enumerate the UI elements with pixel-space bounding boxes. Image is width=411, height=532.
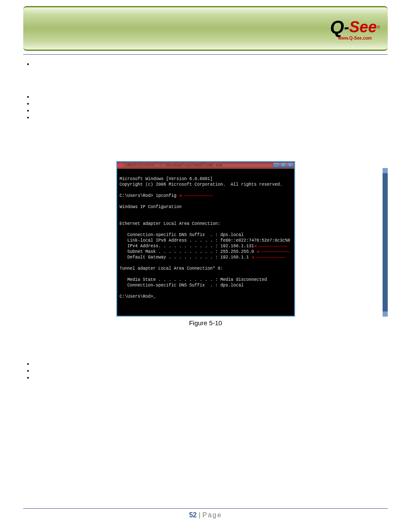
bullet-list-2: IPv4 Address:__________________ Subnet M… — [34, 93, 388, 155]
list1-item1: You should see the window in Fig 5-10 wi… — [34, 60, 380, 81]
window-buttons: _ □ × — [274, 163, 293, 168]
page-footer: 52 | Page — [0, 511, 411, 519]
list2-item1: IPv4 Address:__________________ — [34, 93, 131, 100]
bullet-list-3: IPv4 Address/IP Address: Enter this numb… — [34, 360, 388, 388]
header-divider — [23, 54, 388, 55]
cmd-line: Windows IP Configuration — [120, 204, 292, 210]
footer-bar: | — [197, 511, 202, 519]
list3-item1: IPv4 Address/IP Address: Enter this numb… — [34, 360, 243, 367]
annotation-arrow-icon: ◄ — [254, 244, 257, 249]
annotation-arrow-icon: ◄ — [179, 193, 182, 198]
maximize-icon[interactable]: □ — [280, 163, 286, 168]
close-icon[interactable]: × — [287, 163, 293, 168]
cmd-line: Ethernet adapter Local Area Connection: — [120, 221, 292, 227]
cmd-line: IPv4 Address. . . . . . . . . . . : 192.… — [120, 243, 292, 249]
cmd-line: Subnet Mask . . . . . . . . . . . : 255.… — [120, 249, 292, 255]
cmd-line: Link-local IPv6 Address . . . . . : fe80… — [120, 238, 292, 243]
footer-divider — [23, 508, 388, 509]
step6-para: Step 6: Write down the computers network… — [27, 84, 388, 90]
list2-item3: Default Gateway:_______________ — [34, 107, 130, 114]
cmd-titlebar: Administrator: C:\Windows\system32\cmd.e… — [117, 162, 294, 169]
scroll-down-icon[interactable] — [383, 311, 388, 317]
annotation-line — [184, 196, 213, 196]
scrollbar[interactable] — [383, 168, 388, 317]
step9b-para: HTTP/Media port – This port is used to a… — [27, 400, 388, 414]
scroll-up-icon[interactable] — [383, 168, 388, 173]
annotation-line — [256, 257, 285, 258]
annotation-arrow-icon: ◄ — [257, 249, 259, 254]
minimize-icon[interactable]: _ — [274, 163, 280, 168]
cmd-line: Default Gateway . . . . . . . . . : 192.… — [120, 255, 292, 260]
bullet-list-1: You should see the window in Fig 5-10 wi… — [34, 60, 388, 81]
cmd-title-text: Administrator: C:\Windows\system32\cmd.e… — [125, 163, 223, 168]
list2-item4: The above information from your computer… — [34, 114, 387, 155]
cmd-output: Microsoft Windows [Version 6.0.6001]Copy… — [117, 169, 294, 316]
page-number: 52 — [189, 511, 197, 519]
list2-item2: Subnet Mask:__________________ — [34, 100, 131, 107]
annotation-arrow-icon: ◄ — [252, 255, 254, 260]
cmd-window: Administrator: C:\Windows\system32\cmd.e… — [116, 161, 295, 317]
header-banner: Q - See ® www.Q-See.com — [23, 6, 388, 51]
logo-registered: ® — [377, 25, 380, 30]
list3-item3: Default Gateway: Enter this number exact… — [34, 374, 388, 388]
figure-caption: Figure 5-10 — [23, 319, 388, 327]
cmd-line: Connection-specific DNS Suffix . : dps.l… — [120, 232, 292, 238]
cmd-line: Tunnel adapter Local Area Connection* 6: — [120, 266, 292, 271]
cmd-line: Microsoft Windows [Version 6.0.6001] — [120, 176, 292, 182]
page-body: You should see the window in Fig 5-10 wi… — [23, 60, 388, 439]
step9a-para: Step 9: Click on the dropdown next to Se… — [27, 390, 388, 397]
cmd-icon — [118, 163, 122, 168]
logo-dash: - — [344, 18, 349, 36]
logo-see-text: See — [349, 18, 377, 36]
step9c-para: TCP – This port works with the HTTP port… — [27, 416, 388, 437]
cmd-line: C:\Users\Rod> ipconfig ◄ — [120, 193, 292, 199]
annotation-line — [261, 252, 290, 252]
step7-para: Step 7: On Your DVR, go to Main Menu (Fi… — [27, 334, 388, 348]
footer-label: Page — [202, 511, 222, 519]
logo-url: www.Q-See.com — [338, 36, 372, 40]
qsee-logo: Q - See ® www.Q-See.com — [330, 17, 380, 40]
cmd-line: Media State . . . . . . . . . . . : Medi… — [120, 277, 292, 283]
cmd-line: Copyright (c) 2006 Microsoft Corporation… — [120, 182, 292, 187]
list3-item2: Subnet Mask: Enter this information, gen… — [34, 367, 268, 374]
cmd-line: C:\Users\Rod>_ — [120, 294, 292, 299]
logo-q-glyph: Q — [330, 17, 344, 37]
annotation-line — [258, 246, 288, 246]
step8-para: Step 8: Turn OFF DHCP and enter the info… — [27, 351, 388, 358]
cmd-line: Connection-specific DNS Suffix . : dps.l… — [120, 283, 292, 288]
